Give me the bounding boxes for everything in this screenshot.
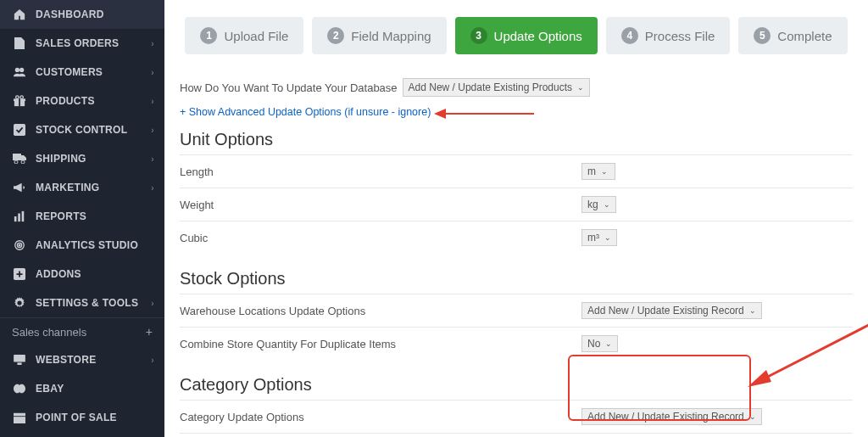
caret-down-icon: ⌄ — [604, 200, 610, 209]
target-icon — [12, 239, 27, 251]
step-label: Upload File — [224, 29, 288, 43]
sidebar-label: EBAY — [36, 383, 64, 395]
sidebar-label: SALES ORDERS — [36, 37, 119, 49]
step-update-options[interactable]: 3Update Options — [455, 17, 598, 54]
step-upload-file[interactable]: 1Upload File — [185, 17, 303, 54]
step-number: 2 — [327, 27, 344, 44]
step-number: 4 — [621, 27, 638, 44]
sidebar-item-webstore[interactable]: WEBSTORE › — [0, 345, 164, 374]
plus-icon[interactable]: + — [146, 325, 153, 339]
sidebar-item-sales-orders[interactable]: SALES ORDERS › — [0, 29, 164, 58]
sidebar-item-settings-tools[interactable]: SETTINGS & TOOLS › — [0, 289, 164, 317]
sidebar-label: CUSTOMERS — [36, 66, 103, 78]
chevron-right-icon: › — [151, 126, 154, 135]
chevron-right-icon: › — [151, 299, 154, 308]
truck-icon — [12, 153, 27, 165]
select-value: Add New / Update Existing Products — [409, 81, 572, 93]
chevron-right-icon: › — [151, 183, 154, 193]
svg-rect-4 — [19, 98, 20, 107]
option-label: Weight — [180, 199, 581, 211]
sidebar-item-dashboard[interactable]: DASHBOARD — [0, 0, 164, 29]
sidebar-item-products[interactable]: PRODUCTS › — [0, 87, 164, 115]
sidebar-label: ADDONS — [36, 268, 81, 280]
sidebar-label: POINT OF SALE — [36, 412, 117, 423]
sidebar-label: WEBSTORE — [36, 354, 97, 366]
sidebar-section-label: Sales channels — [12, 326, 86, 339]
svg-rect-19 — [17, 362, 21, 365]
svg-point-0 — [15, 68, 19, 72]
sidebar-label: DASHBOARD — [36, 8, 104, 20]
caret-down-icon: ⌄ — [749, 306, 756, 315]
svg-marker-23 — [434, 109, 446, 119]
sidebar-section-sales-channels: Sales channels + — [0, 317, 164, 345]
sidebar-item-marketing[interactable]: MARKETING › — [0, 173, 164, 202]
chevron-right-icon: › — [151, 39, 154, 48]
category-options-title: Category Options — [180, 375, 853, 395]
sidebar-item-customers[interactable]: CUSTOMERS › — [0, 58, 164, 87]
step-label: Update Options — [494, 29, 582, 43]
caret-down-icon: ⌄ — [577, 83, 584, 92]
select-value: No — [587, 338, 600, 350]
webstore-icon — [12, 354, 27, 366]
svg-point-6 — [20, 96, 24, 99]
sidebar-label: SETTINGS & TOOLS — [36, 297, 138, 309]
sidebar-label: MARKETING — [36, 182, 99, 193]
sidebar-label: ANALYTICS STUDIO — [36, 239, 138, 251]
select-value: m³ — [587, 232, 599, 244]
svg-point-9 — [14, 160, 18, 164]
sidebar-item-ebay[interactable]: EBAY — [0, 374, 164, 403]
show-advanced-options-link[interactable]: + Show Advanced Update Options (if unsur… — [180, 106, 431, 118]
main-content: 1Upload File 2Field Mapping 3Update Opti… — [164, 0, 868, 437]
gift-icon — [12, 95, 27, 107]
option-row-warehouse-locations: Warehouse Locations Update Options Add N… — [180, 294, 853, 327]
svg-rect-21 — [14, 417, 25, 423]
caret-down-icon: ⌄ — [601, 167, 608, 176]
sidebar-item-addons[interactable]: ADDONS — [0, 260, 164, 289]
home-icon — [12, 8, 27, 20]
option-row-category-update: Category Update Options Add New / Update… — [180, 400, 853, 433]
sidebar-label: SHIPPING — [36, 153, 86, 165]
select-value: m — [587, 165, 596, 177]
step-number: 1 — [200, 27, 217, 44]
pos-icon — [12, 412, 27, 423]
step-label: Complete — [777, 29, 832, 43]
update-database-prompt: How Do You Want To Update Your Database … — [180, 78, 853, 97]
svg-point-1 — [19, 68, 24, 72]
annotation-box — [568, 355, 751, 421]
svg-rect-11 — [14, 216, 17, 221]
length-select[interactable]: m⌄ — [581, 163, 615, 180]
svg-rect-7 — [14, 124, 25, 136]
option-row-create-new-category: Create New Category Options No ⌄ ↖ Add N… — [180, 433, 853, 437]
link-text: + Show Advanced Update Options (if unsur… — [180, 106, 431, 118]
check-icon — [12, 124, 27, 136]
option-row-combine-store-quantity: Combine Store Quantity For Duplicate Ite… — [180, 327, 853, 360]
warehouse-locations-select[interactable]: Add New / Update Existing Record⌄ — [581, 302, 762, 319]
step-process-file[interactable]: 4Process File — [606, 17, 731, 54]
sidebar-item-shipping[interactable]: SHIPPING › — [0, 144, 164, 173]
chevron-right-icon: › — [151, 97, 154, 106]
sidebar-item-stock-control[interactable]: STOCK CONTROL › — [0, 115, 164, 144]
people-icon — [12, 66, 27, 78]
option-label: Length — [180, 165, 581, 178]
sidebar-item-reports[interactable]: REPORTS — [0, 202, 164, 231]
step-field-mapping[interactable]: 2Field Mapping — [312, 17, 446, 54]
step-complete[interactable]: 5Complete — [738, 17, 847, 54]
megaphone-icon — [12, 182, 27, 193]
step-number: 3 — [470, 27, 487, 44]
svg-point-16 — [19, 244, 20, 246]
unit-options-title: Unit Options — [180, 130, 853, 149]
weight-select[interactable]: kg⌄ — [581, 196, 616, 213]
sidebar-item-analytics-studio[interactable]: ANALYTICS STUDIO — [0, 231, 164, 260]
plus-box-icon — [12, 268, 27, 280]
combine-store-quantity-select[interactable]: No⌄ — [581, 335, 618, 352]
sidebar: DASHBOARD SALES ORDERS › CUSTOMERS › PRO… — [0, 0, 164, 437]
caret-down-icon: ⌄ — [605, 339, 612, 348]
chevron-right-icon: › — [151, 154, 154, 164]
step-label: Process File — [645, 29, 715, 43]
select-value: kg — [587, 199, 598, 210]
sidebar-item-point-of-sale[interactable]: POINT OF SALE — [0, 403, 164, 432]
cubic-select[interactable]: m³⌄ — [581, 229, 617, 246]
caret-down-icon: ⌄ — [604, 233, 611, 242]
update-database-select[interactable]: Add New / Update Existing Products ⌄ — [403, 78, 590, 97]
option-label: Cubic — [180, 232, 581, 244]
